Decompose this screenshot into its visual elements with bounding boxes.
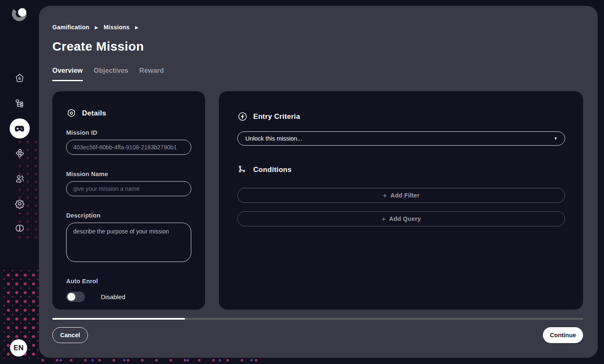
description-textarea[interactable] — [66, 223, 191, 262]
add-filter-button[interactable]: + Add Filter — [237, 188, 565, 203]
sidebar-item-home[interactable] — [10, 68, 30, 88]
cancel-button[interactable]: Cancel — [52, 327, 88, 343]
lightning-circle-icon — [237, 111, 248, 122]
breadcrumb: Gamification ▶ Missions ▶ — [52, 24, 139, 31]
diamonds-icon — [14, 148, 25, 159]
plus-icon: + — [381, 215, 386, 223]
progress-bar — [52, 318, 583, 320]
gamepad-icon — [14, 123, 25, 134]
progress-bar-fill — [52, 318, 185, 320]
sidebar-item-audiences[interactable] — [10, 169, 30, 189]
mission-name-label: Mission Name — [66, 171, 191, 177]
auto-enrol-state: Disabled — [101, 293, 125, 300]
details-card-title: Details — [82, 109, 106, 118]
sidebar-item-intelligence[interactable] — [10, 219, 30, 239]
language-selector[interactable]: EN — [10, 339, 27, 356]
main-panel: Gamification ▶ Missions ▶ Create Mission… — [39, 6, 598, 358]
sidebar: EN — [0, 0, 39, 364]
entry-criteria-card: Entry Criteria Unlock this mission... ▼ … — [219, 91, 583, 310]
branch-icon — [237, 164, 248, 175]
brain-icon — [14, 223, 25, 234]
breadcrumb-caret-icon: ▶ — [135, 25, 139, 30]
sidebar-item-flows[interactable] — [10, 93, 30, 113]
home-icon — [14, 73, 25, 84]
plus-icon: + — [383, 192, 387, 199]
breadcrumb-missions[interactable]: Missions — [103, 24, 129, 31]
brand-logo[interactable] — [11, 5, 28, 23]
page-title: Create Mission — [52, 39, 144, 54]
entry-criteria-select[interactable]: Unlock this mission... ▼ — [237, 131, 565, 146]
details-card-header: Details — [66, 108, 191, 118]
brand-logo-icon — [11, 5, 28, 23]
tab-objectives[interactable]: Objectives — [94, 67, 129, 81]
continue-button[interactable]: Continue — [543, 327, 583, 343]
entry-criteria-select-value: Unlock this mission... — [245, 135, 302, 142]
cards-row: Details Mission ID Mission Name Descript… — [52, 91, 583, 310]
sidebar-item-gamification[interactable] — [10, 118, 30, 138]
hexagon-target-icon — [66, 108, 77, 118]
tab-bar: Overview Objectives Reward — [52, 67, 164, 81]
mission-id-input[interactable] — [66, 140, 191, 155]
entry-criteria-header: Entry Criteria — [237, 111, 565, 122]
add-query-button[interactable]: + Add Query — [237, 211, 565, 226]
entry-criteria-title: Entry Criteria — [253, 113, 300, 121]
auto-enrol-row: Disabled — [66, 292, 191, 302]
users-icon — [14, 173, 25, 184]
chevron-down-icon: ▼ — [554, 136, 558, 141]
breadcrumb-caret-icon: ▶ — [95, 25, 98, 30]
details-card: Details Mission ID Mission Name Descript… — [52, 91, 205, 310]
tab-overview[interactable]: Overview — [52, 67, 83, 81]
conditions-title: Conditions — [253, 166, 292, 174]
conditions-header: Conditions — [237, 164, 565, 175]
add-filter-label: Add Filter — [391, 192, 420, 199]
toggle-knob — [67, 293, 75, 301]
mission-id-label: Mission ID — [66, 129, 191, 136]
description-label: Description — [66, 212, 191, 219]
sidebar-item-settings[interactable] — [10, 194, 30, 214]
gear-icon — [14, 198, 25, 209]
auto-enrol-toggle[interactable] — [66, 292, 85, 302]
tab-reward[interactable]: Reward — [139, 67, 164, 81]
sidebar-nav — [10, 68, 30, 239]
breadcrumb-gamification[interactable]: Gamification — [52, 24, 89, 31]
add-query-label: Add Query — [389, 215, 421, 222]
sidebar-item-rewards[interactable] — [10, 144, 30, 164]
auto-enrol-label: Auto Enrol — [66, 278, 191, 285]
sitemap-icon — [14, 98, 25, 109]
mission-name-input[interactable] — [66, 181, 191, 196]
